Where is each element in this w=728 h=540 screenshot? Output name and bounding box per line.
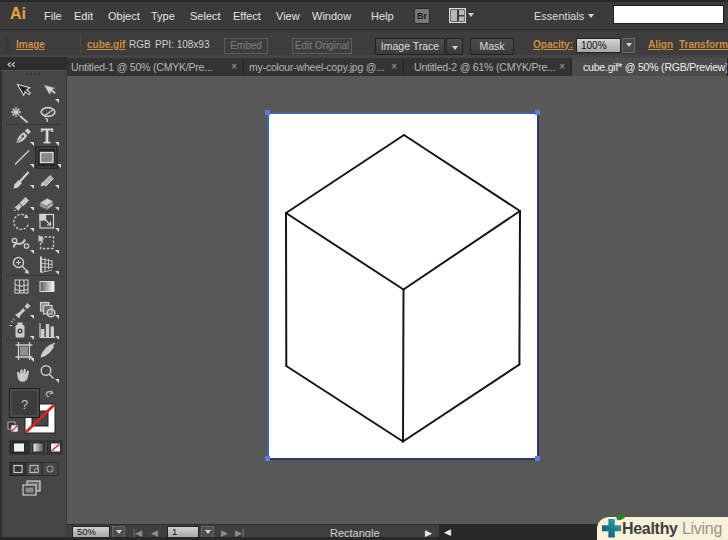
svg-text:?: ?: [21, 397, 28, 412]
